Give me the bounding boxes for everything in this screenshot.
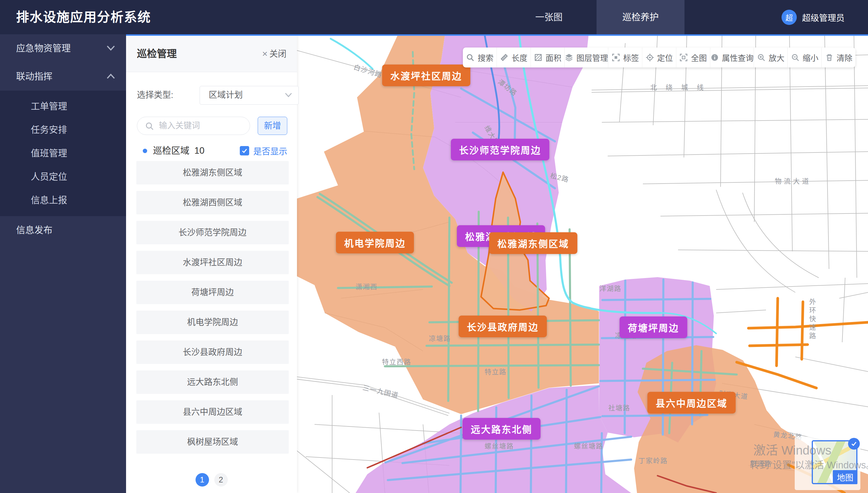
- map-region-label-songya-east[interactable]: 松雅湖东侧区域: [489, 232, 577, 254]
- road-label: 丁家岭路: [639, 455, 668, 465]
- list-item[interactable]: 松雅湖东侧区域: [136, 161, 289, 185]
- list-item[interactable]: 长沙县政府周边: [136, 341, 289, 364]
- sidebar-item-emergency-supplies[interactable]: 应急物资管理: [0, 34, 126, 62]
- accent-divider: [126, 34, 868, 36]
- tool-search[interactable]: 搜索: [463, 47, 497, 67]
- top-bar: 排水设施应用分析系统 一张图 巡检养护 超 超级管理员: [0, 0, 868, 34]
- add-button[interactable]: 新增: [258, 117, 287, 135]
- list-item[interactable]: 长沙师范学院周边: [136, 221, 289, 244]
- zoom-in-icon: [757, 53, 766, 62]
- page-button-2[interactable]: 2: [214, 473, 228, 487]
- list-item[interactable]: 机电学院周边: [136, 310, 289, 334]
- chevron-down-icon: [285, 93, 292, 98]
- inspection-panel: 巡检管理 ×关闭 选择类型: 区域计划 新增 巡检区域 10 是: [126, 34, 297, 493]
- road-label: 凉塘路: [429, 333, 451, 343]
- plan-type-select[interactable]: 区域计划: [200, 86, 299, 105]
- tool-tag[interactable]: 标签: [608, 47, 642, 67]
- basemap-switcher: 地图: [795, 437, 860, 490]
- check-icon: [848, 438, 860, 450]
- map-region-label-normal-college[interactable]: 长沙师范学院周边: [451, 139, 549, 160]
- sidebar-item-duty-management[interactable]: 值班管理: [0, 142, 126, 165]
- sidebar-item-info-report[interactable]: 信息上报: [0, 189, 126, 212]
- list-item[interactable]: 远大路东北侧: [136, 370, 289, 394]
- sidebar-item-work-orders[interactable]: 工单管理: [0, 95, 126, 118]
- section-title: 巡检区域: [153, 144, 190, 158]
- road-label: 螺丝塘路: [574, 441, 603, 450]
- road-label: 特立西路: [382, 356, 411, 366]
- tool-locate[interactable]: 定位: [642, 47, 676, 67]
- search-row: 新增: [137, 117, 287, 135]
- tool-zoom-in[interactable]: 放大: [754, 47, 788, 67]
- trash-icon: [825, 53, 834, 62]
- basemap: [297, 34, 868, 493]
- toggle-label: 是否显示: [253, 145, 287, 157]
- map-region-label-shuiduping[interactable]: 水渡坪社区周边: [382, 65, 470, 86]
- sidebar-submenu: 工单管理 任务安排 值班管理 人员定位 信息上报: [0, 91, 126, 216]
- tag-icon: [611, 53, 620, 62]
- area-icon: [534, 53, 542, 62]
- road-label: 螺丝塘路: [485, 441, 514, 450]
- list-item[interactable]: 枫树屋场区域: [136, 430, 289, 454]
- show-toggle[interactable]: 是否显示: [240, 144, 287, 158]
- sidebar-item-personnel-location[interactable]: 人员定位: [0, 165, 126, 189]
- tool-zoom-out[interactable]: 缩小: [788, 47, 822, 67]
- search-input[interactable]: [158, 118, 244, 133]
- basemap-thumbnail[interactable]: 地图: [812, 440, 858, 484]
- map-toolbar: 搜索 长度 面积 图层管理 标签 定位 全图 属性查询: [463, 47, 855, 67]
- road-label: 特立路: [485, 366, 507, 376]
- map-region-label-yuandalu[interactable]: 远大路东北侧: [463, 418, 540, 440]
- road-label: 外环快速路: [807, 298, 817, 341]
- sidebar-item-linkage-command[interactable]: 联动指挥: [0, 62, 126, 91]
- map-canvas[interactable]: 白沙河路 北绕城线 物流大道 外环快速路 三一九国道 潇湘西 特立西路 特立路 …: [297, 34, 868, 493]
- page-button-1[interactable]: 1: [196, 473, 209, 487]
- app-title: 排水设施应用分析系统: [16, 0, 151, 34]
- road-label: 社塘路: [608, 402, 630, 412]
- locate-icon: [646, 53, 654, 62]
- close-button[interactable]: ×关闭: [262, 36, 286, 72]
- info-icon: [710, 53, 719, 62]
- road-label: 潇湘西: [356, 281, 378, 291]
- tool-area[interactable]: 面积: [531, 47, 565, 67]
- road-label: 洋湖路: [600, 283, 621, 293]
- tool-full-extent[interactable]: 全图: [676, 47, 710, 67]
- list-item[interactable]: 水渡坪社区周边: [136, 251, 289, 274]
- tool-attribute-query[interactable]: 属性查询: [710, 47, 754, 67]
- region-list: 松雅湖东侧区域 松雅湖西侧区域 长沙师范学院周边 水渡坪社区周边 荷塘坪周边 机…: [136, 161, 289, 460]
- map-region-label-jidian[interactable]: 机电学院周边: [336, 232, 414, 253]
- region-count: 10: [194, 144, 204, 158]
- road-label: 物流大道: [775, 176, 811, 186]
- avatar: 超: [781, 10, 797, 25]
- list-item[interactable]: 荷塘坪周边: [136, 281, 289, 304]
- list-item[interactable]: 县六中周边区域: [136, 400, 289, 424]
- chevron-up-icon: [107, 73, 115, 79]
- sidebar-item-task-arrangement[interactable]: 任务安排: [0, 118, 126, 142]
- search-icon: [466, 53, 474, 62]
- region-section-row: 巡检区域 10 是否显示: [137, 144, 287, 158]
- type-label: 选择类型:: [137, 86, 196, 104]
- panel-header: 巡检管理 ×关闭: [126, 36, 297, 72]
- nav-tab-one-map[interactable]: 一张图: [526, 0, 572, 34]
- road-label: 北绕城线: [650, 82, 712, 92]
- tool-clear[interactable]: 清除: [822, 47, 855, 67]
- panel-title: 巡检管理: [137, 36, 177, 72]
- map-region-label-hetangping[interactable]: 荷塘坪周边: [619, 317, 687, 338]
- layers-icon: [564, 53, 573, 62]
- sidebar-item-info-publish[interactable]: 信息发布: [0, 216, 126, 244]
- map-region-label-county-gov[interactable]: 长沙县政府周边: [459, 316, 547, 337]
- search-icon: [145, 122, 154, 131]
- bullet-dot-icon: [143, 149, 147, 153]
- checkbox-checked-icon[interactable]: [240, 146, 249, 155]
- close-icon: ×: [262, 48, 268, 59]
- zoom-out-icon: [791, 53, 800, 62]
- chevron-down-icon: [107, 45, 115, 51]
- road-label: 思源路: [750, 458, 772, 468]
- tool-length[interactable]: 长度: [497, 47, 531, 67]
- nav-tab-inspection[interactable]: 巡检养护: [597, 0, 685, 34]
- tool-layers[interactable]: 图层管理: [564, 47, 608, 67]
- keyword-search[interactable]: [137, 117, 250, 135]
- pagination: 1 2: [126, 473, 297, 487]
- basemap-label: 地图: [833, 470, 858, 484]
- user-menu[interactable]: 超 超级管理员: [781, 0, 845, 34]
- list-item[interactable]: 松雅湖西侧区域: [136, 191, 289, 214]
- map-region-label-xianliuzhong[interactable]: 县六中周边区域: [647, 392, 735, 413]
